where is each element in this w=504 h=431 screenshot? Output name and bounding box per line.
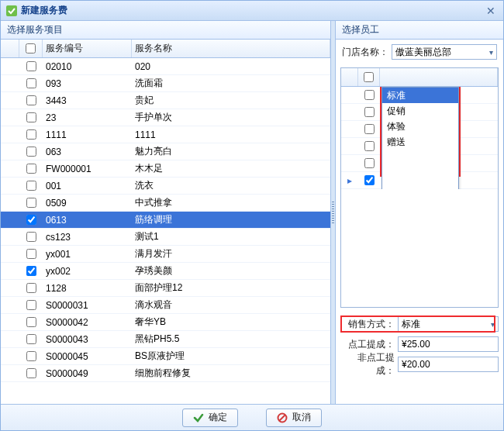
dropdown-item[interactable]: 促销 bbox=[382, 103, 458, 119]
row-check-cell[interactable] bbox=[19, 215, 43, 225]
row-checkbox[interactable] bbox=[26, 181, 36, 191]
service-name-cell: 贵妃 bbox=[132, 94, 330, 107]
row-check-cell[interactable] bbox=[19, 266, 43, 276]
row-checkbox[interactable] bbox=[26, 112, 36, 122]
row-check-cell[interactable] bbox=[19, 129, 43, 140]
dropdown-item[interactable]: 体验 bbox=[382, 119, 458, 134]
close-icon[interactable]: ✕ bbox=[483, 5, 499, 17]
row-checkbox[interactable] bbox=[26, 334, 36, 344]
row-checkbox[interactable] bbox=[26, 266, 36, 276]
row-check-cell[interactable] bbox=[19, 283, 43, 293]
row-checkbox[interactable] bbox=[26, 164, 36, 174]
row-checkbox[interactable] bbox=[26, 61, 36, 71]
row-checkbox[interactable] bbox=[26, 232, 36, 242]
table-row[interactable]: yx001满月发汗 bbox=[1, 246, 330, 263]
table-row[interactable]: 093洗面霜 bbox=[1, 75, 330, 92]
row-check-cell[interactable] bbox=[358, 141, 380, 151]
col-row-indicator bbox=[1, 40, 19, 57]
row-checkbox[interactable] bbox=[26, 368, 36, 378]
row-checkbox[interactable] bbox=[364, 90, 375, 100]
row-checkbox[interactable] bbox=[26, 283, 36, 293]
noncommission-label: 非点工提成： bbox=[340, 351, 395, 378]
service-code-cell: 001 bbox=[43, 181, 132, 191]
row-checkbox[interactable] bbox=[26, 317, 36, 327]
row-check-cell[interactable] bbox=[358, 90, 380, 100]
store-select[interactable]: 傲蓝美丽总部 ▾ bbox=[392, 44, 497, 60]
row-check-cell[interactable] bbox=[358, 124, 380, 134]
col-check-all[interactable] bbox=[19, 40, 43, 57]
table-row[interactable]: S0000043黑钻PH5.5 bbox=[1, 331, 330, 348]
row-checkbox[interactable] bbox=[26, 95, 36, 105]
employee-grid-body[interactable]: 0标准促销体验赠送 bbox=[341, 87, 498, 189]
noncommission-field[interactable]: ¥20.00 bbox=[398, 357, 499, 372]
row-checkbox[interactable] bbox=[26, 215, 36, 225]
col-emp-check-all[interactable] bbox=[358, 68, 380, 86]
table-row[interactable]: 0509中式推拿 bbox=[1, 195, 330, 212]
service-grid-body[interactable]: 02010020093洗面霜3443贵妃23手护单次11111111063魅力亮… bbox=[1, 58, 330, 404]
table-row[interactable]: 063魅力亮白 bbox=[1, 143, 330, 160]
table-row[interactable]: 001洗衣 bbox=[1, 178, 330, 195]
row-check-cell[interactable] bbox=[19, 78, 43, 88]
table-row[interactable]: S0000049细胞前程修复 bbox=[1, 365, 330, 382]
row-check-cell[interactable] bbox=[19, 317, 43, 327]
table-row[interactable]: 02010020 bbox=[1, 58, 330, 75]
row-check-cell[interactable] bbox=[19, 249, 43, 259]
table-row[interactable]: 3443贵妃 bbox=[1, 92, 330, 109]
row-check-cell[interactable] bbox=[358, 107, 380, 117]
table-row[interactable]: ▸0613筋络调理 bbox=[1, 212, 330, 229]
row-checkbox[interactable] bbox=[26, 129, 36, 140]
row-checkbox[interactable] bbox=[364, 107, 375, 117]
table-row[interactable]: S0000031滴水观音 bbox=[1, 297, 330, 314]
row-check-cell[interactable] bbox=[19, 334, 43, 344]
table-row[interactable]: 23手护单次 bbox=[1, 109, 330, 126]
table-row[interactable]: S0000045BS原液护理 bbox=[1, 348, 330, 365]
row-check-cell[interactable] bbox=[19, 95, 43, 105]
row-checkbox[interactable] bbox=[364, 124, 375, 134]
table-row[interactable]: cs123测试1 bbox=[1, 229, 330, 246]
col-service-name[interactable]: 服务名称 bbox=[132, 40, 330, 57]
row-checkbox[interactable] bbox=[26, 198, 36, 208]
table-row[interactable]: FW000001木木足 bbox=[1, 160, 330, 178]
service-name-cell: 满月发汗 bbox=[132, 247, 330, 260]
row-check-cell[interactable] bbox=[19, 61, 43, 71]
col-service-code[interactable]: 服务编号 bbox=[43, 40, 132, 57]
service-name-cell: 洗衣 bbox=[132, 179, 330, 192]
row-check-cell[interactable] bbox=[358, 175, 380, 185]
row-check-cell[interactable] bbox=[19, 368, 43, 378]
cancel-button[interactable]: 取消 bbox=[266, 409, 322, 427]
app-icon bbox=[5, 5, 18, 17]
row-checkbox[interactable] bbox=[26, 249, 36, 259]
row-check-cell[interactable] bbox=[19, 300, 43, 310]
sale-mode-dropdown-list[interactable]: 标准促销体验赠送 bbox=[381, 87, 459, 189]
row-checkbox[interactable] bbox=[26, 78, 36, 88]
row-check-cell[interactable] bbox=[19, 232, 43, 242]
ok-button[interactable]: 确定 bbox=[182, 409, 238, 427]
row-checkbox[interactable] bbox=[364, 141, 375, 151]
table-row[interactable]: 11111111 bbox=[1, 126, 330, 143]
service-code-cell: S0000042 bbox=[43, 317, 132, 328]
table-row[interactable]: 1128面部护理12 bbox=[1, 280, 330, 297]
row-checkbox[interactable] bbox=[364, 175, 375, 185]
dropdown-item[interactable]: 标准 bbox=[382, 88, 458, 103]
row-check-cell[interactable] bbox=[19, 198, 43, 208]
table-row[interactable]: S0000042奢华YB bbox=[1, 314, 330, 331]
row-checkbox[interactable] bbox=[26, 147, 36, 157]
row-check-cell[interactable] bbox=[358, 158, 380, 168]
row-check-cell[interactable] bbox=[19, 351, 43, 361]
check-all-employees[interactable] bbox=[364, 72, 374, 82]
row-check-cell[interactable] bbox=[19, 164, 43, 174]
check-all-services[interactable] bbox=[26, 43, 36, 53]
commission-field[interactable]: ¥25.00 bbox=[398, 336, 499, 352]
table-row[interactable]: yx002孕琇美颜 bbox=[1, 263, 330, 280]
service-code-cell: S0000031 bbox=[43, 300, 132, 311]
row-check-cell[interactable] bbox=[19, 112, 43, 122]
row-check-cell[interactable] bbox=[19, 147, 43, 157]
row-check-cell[interactable] bbox=[19, 181, 43, 191]
dropdown-item[interactable]: 赠送 bbox=[382, 134, 458, 150]
sale-mode-select[interactable]: 标准 ▾ bbox=[398, 316, 499, 332]
row-checkbox[interactable] bbox=[26, 300, 36, 310]
service-name-cell: 奢华YB bbox=[132, 315, 330, 329]
row-checkbox[interactable] bbox=[364, 158, 375, 168]
left-pane-title: 选择服务项目 bbox=[1, 21, 330, 40]
row-checkbox[interactable] bbox=[26, 351, 36, 361]
